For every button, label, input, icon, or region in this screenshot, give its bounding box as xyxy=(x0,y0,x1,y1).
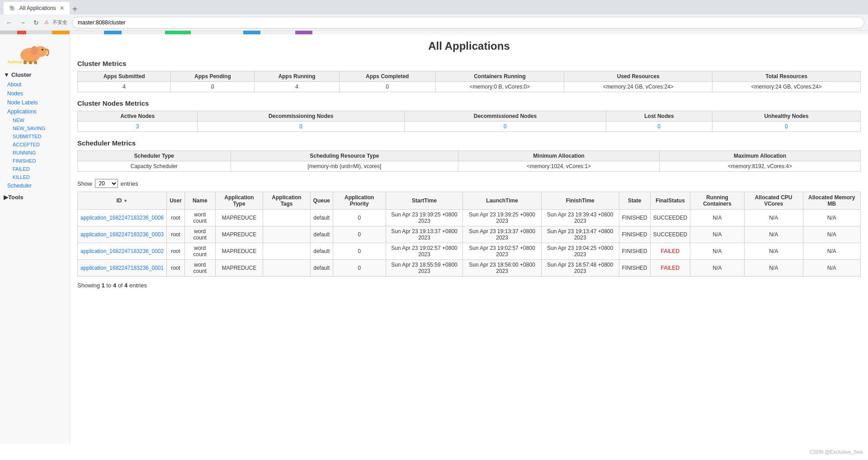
cell-state: FINISHED xyxy=(619,210,650,226)
tab-favicon: 🐘 xyxy=(9,5,16,11)
scheduler-metrics-title: Scheduler Metrics xyxy=(77,139,861,147)
cell-id[interactable]: application_1682247183236_0006 xyxy=(78,210,167,226)
cell-id[interactable]: application_1682247183236_0001 xyxy=(78,260,167,277)
active-tab[interactable]: 🐘 All Applications ✕ xyxy=(4,2,70,14)
th-user[interactable]: User xyxy=(167,192,185,210)
th-launchtime[interactable]: LaunchTime xyxy=(463,192,541,210)
val-unhealthy-nodes[interactable]: 0 xyxy=(712,122,860,132)
sidebar-item-accepted[interactable]: ACCEPTED xyxy=(0,141,70,149)
cell-running-containers: N/A xyxy=(690,260,745,277)
cell-finishtime: Sun Apr 23 19:39:43 +0800 2023 xyxy=(541,210,619,226)
col-lost-nodes: Lost Nodes xyxy=(606,111,712,122)
th-type[interactable]: Application Type xyxy=(215,192,263,210)
cell-running-containers: N/A xyxy=(690,210,745,226)
th-running-containers[interactable]: Running Containers xyxy=(690,192,745,210)
sidebar-cluster-header[interactable]: ▼ Cluster xyxy=(0,70,70,80)
cluster-metrics-table: Apps Submitted Apps Pending Apps Running… xyxy=(77,71,861,92)
val-max-allocation: <memory:8192, vCores:4> xyxy=(660,161,861,172)
th-finishtime[interactable]: FinishTime xyxy=(541,192,619,210)
cell-priority: 0 xyxy=(333,226,386,243)
col-scheduler-type: Scheduler Type xyxy=(78,151,231,161)
col-decommissioned-nodes: Decommissioned Nodes xyxy=(404,111,606,122)
th-priority[interactable]: Application Priority xyxy=(333,192,386,210)
sidebar-item-failed[interactable]: FAILED xyxy=(0,165,70,173)
entries-select[interactable]: 10 20 50 100 xyxy=(95,179,118,188)
cell-state: FINISHED xyxy=(619,243,650,260)
th-finalstatus[interactable]: FinalStatus xyxy=(650,192,690,210)
col-apps-completed: Apps Completed xyxy=(339,71,435,82)
sidebar-item-killed[interactable]: KILLED xyxy=(0,173,70,181)
svg-point-2 xyxy=(42,49,43,51)
sidebar-submitted-label: SUBMITTED xyxy=(13,134,42,139)
cell-starttime: Sun Apr 23 18:55:59 +0800 2023 xyxy=(386,260,463,277)
sidebar-failed-label: FAILED xyxy=(13,166,30,172)
sidebar-item-scheduler[interactable]: Scheduler xyxy=(0,181,70,190)
cell-allocated-memory: N/A xyxy=(803,260,860,277)
sidebar-killed-label: KILLED xyxy=(13,174,30,180)
sidebar-tools-header[interactable]: ▶ Tools xyxy=(0,192,70,202)
col-unhealthy-nodes: Unhealthy Nodes xyxy=(712,111,860,122)
sidebar-new-saving-label: NEW_SAVING xyxy=(13,126,46,131)
sidebar-item-submitted[interactable]: SUBMITTED xyxy=(0,132,70,141)
sidebar-item-running[interactable]: RUNNING xyxy=(0,149,70,157)
sidebar-item-finished[interactable]: FINISHED xyxy=(0,157,70,165)
sidebar-cluster-section: ▼ Cluster About Nodes Node Labels Applic… xyxy=(0,70,70,190)
col-active-nodes: Active Nodes xyxy=(78,111,198,122)
sidebar-tools-label: Tools xyxy=(8,194,24,201)
forward-button[interactable]: → xyxy=(17,17,28,28)
reload-button[interactable]: ↻ xyxy=(31,17,42,28)
val-decommissioned-nodes[interactable]: 0 xyxy=(404,122,606,132)
sidebar-tools-section: ▶ Tools xyxy=(0,192,70,202)
tab-close-button[interactable]: ✕ xyxy=(60,5,64,11)
th-starttime[interactable]: StartTime xyxy=(386,192,463,210)
url-bar[interactable] xyxy=(72,17,864,28)
val-lost-nodes[interactable]: 0 xyxy=(606,122,712,132)
back-button[interactable]: ← xyxy=(4,17,14,28)
tab-bar: 🐘 All Applications ✕ + xyxy=(0,0,868,14)
svg-rect-4 xyxy=(24,61,27,64)
th-queue[interactable]: Queue xyxy=(310,192,333,210)
cell-launchtime: Sun Apr 23 19:39:25 +0800 2023 xyxy=(463,210,541,226)
cell-allocated-memory: N/A xyxy=(803,243,860,260)
show-entries-control: Show 10 20 50 100 entries xyxy=(77,179,861,188)
cell-id[interactable]: application_1682247183236_0003 xyxy=(78,226,167,243)
th-name[interactable]: Name xyxy=(184,192,215,210)
val-decommissioning-nodes[interactable]: 0 xyxy=(198,122,405,132)
cell-launchtime: Sun Apr 23 19:02:57 +0800 2023 xyxy=(463,243,541,260)
cell-name: word count xyxy=(184,260,215,277)
sidebar-item-new[interactable]: NEW xyxy=(0,116,70,124)
col-total-resources: Total Resources xyxy=(712,71,861,82)
cell-allocated-cpu: N/A xyxy=(744,226,803,243)
cell-tags xyxy=(263,243,310,260)
cell-finishtime: Sun Apr 23 19:13:47 +0800 2023 xyxy=(541,226,619,243)
th-allocated-memory[interactable]: Allocated Memory MB xyxy=(803,192,860,210)
sidebar-item-node-labels[interactable]: Node Labels xyxy=(0,98,70,107)
sidebar-item-nodes[interactable]: Nodes xyxy=(0,89,70,98)
th-id[interactable]: ID ▼ xyxy=(78,192,167,210)
cell-priority: 0 xyxy=(333,210,386,226)
table-row: application_1682247183236_0003 root word… xyxy=(78,226,861,243)
sidebar-item-new-saving[interactable]: NEW_SAVING xyxy=(0,124,70,132)
val-scheduler-type: Capacity Scheduler xyxy=(78,161,231,172)
val-apps-running: 4 xyxy=(255,82,339,92)
cell-queue: default xyxy=(310,243,333,260)
th-tags[interactable]: Application Tags xyxy=(263,192,310,210)
cell-id[interactable]: application_1682247183236_0002 xyxy=(78,243,167,260)
cell-tags xyxy=(263,260,310,277)
tools-arrow-icon: ▶ xyxy=(4,194,8,201)
new-tab-button[interactable]: + xyxy=(70,4,78,14)
cell-tags xyxy=(263,210,310,226)
svg-text:hadoop: hadoop xyxy=(8,60,23,64)
svg-point-3 xyxy=(31,46,38,55)
th-state[interactable]: State xyxy=(619,192,650,210)
sidebar-item-about[interactable]: About xyxy=(0,80,70,89)
cluster-metrics-title: Cluster Metrics xyxy=(77,60,861,67)
sort-id-icon: ▼ xyxy=(123,198,128,203)
th-allocated-cpu[interactable]: Allocated CPU VCores xyxy=(744,192,803,210)
sidebar-item-applications[interactable]: Applications xyxy=(0,107,70,116)
cell-starttime: Sun Apr 23 19:02:57 +0800 2023 xyxy=(386,243,463,260)
tab-title: All Applications xyxy=(19,5,56,11)
col-scheduling-resource-type: Scheduling Resource Type xyxy=(231,151,458,161)
cell-type: MAPREDUCE xyxy=(215,260,263,277)
val-active-nodes[interactable]: 3 xyxy=(78,122,198,132)
